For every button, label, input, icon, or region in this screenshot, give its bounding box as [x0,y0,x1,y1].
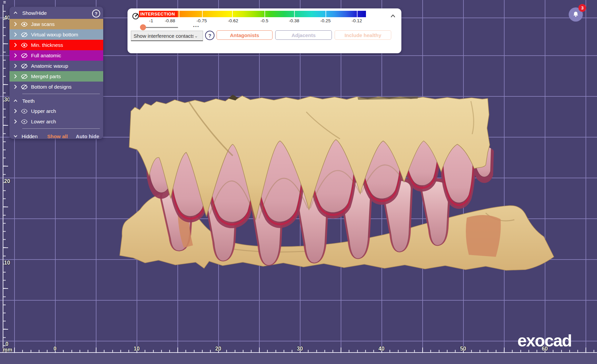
layer-label: Lower arch [31,119,56,124]
teeth-section-title: Teeth [22,98,35,104]
show-hide-header[interactable]: Show/Hide ? [9,7,103,19]
dropdown-value: Show interference contacts [134,33,194,39]
threshold-slider-track[interactable] [143,27,178,28]
scale-separator [232,11,233,17]
ruler-unit-label: mm [3,347,12,353]
ruler-x-label: 40 [376,346,387,352]
intersection-color-scale: INTERSECTION [139,11,366,17]
eye-hidden-icon[interactable] [20,62,28,70]
antagonists-button[interactable]: Antagonists [217,30,273,40]
teeth-section-header[interactable]: Teeth [9,96,103,106]
show-all-button[interactable]: Show all [47,133,68,139]
chevron-right-icon [13,32,18,37]
chevron-right-icon [13,119,18,124]
layer-row-virtual-waxup-bottom[interactable]: Virtual waxup bottom [9,29,103,40]
ruler-left-major-ticks [3,0,8,352]
show-hide-panel: Show/Hide ? Jaw scans Virtual waxup bott… [9,7,103,139]
layer-row-bottom-of-designs[interactable]: Bottom of designs [9,82,103,92]
layer-label: Min. thickness [31,42,63,48]
layer-row-min-thickness[interactable]: Min. thickness [9,40,103,50]
gauge-icon[interactable] [132,12,140,20]
layer-label: Anatomic waxup [31,63,68,69]
ruler-x-label: 20 [212,346,224,352]
include-healthy-button[interactable]: Include healthy [335,30,391,40]
chevron-down-icon[interactable] [13,133,18,139]
ruler-y-label: 0 [5,341,8,347]
panel-title: Show/Hide [22,10,47,16]
chevron-up-icon [13,98,18,103]
eye-visible-icon[interactable] [20,41,28,49]
eye-partial-icon[interactable] [20,108,28,115]
scale-tick-label: -0.38 [284,18,304,23]
eye-hidden-icon[interactable] [20,31,28,38]
viewport-3d[interactable]: 40 30 20 10 0 mm 0 10 20 30 40 50 60 exo… [0,0,597,364]
layer-row-anatomic-waxup[interactable]: Anatomic waxup [9,61,103,71]
eye-hidden-icon[interactable] [20,52,28,59]
bottom-bar [0,353,597,364]
ruler-x-label: 10 [131,346,142,352]
ruler-bottom-axis [0,352,597,353]
layer-row-full-anatomic[interactable]: Full anatomic [9,50,103,61]
eye-partial-icon[interactable] [20,118,28,125]
layer-label: Virtual waxup bottom [31,32,78,37]
chevron-right-icon [13,22,18,27]
divider [22,94,100,94]
scale-separator [357,11,358,17]
help-icon[interactable]: ? [205,31,215,40]
layer-label: Bottom of designs [31,84,72,90]
scale-tick-label: -0.12 [347,18,367,23]
ruler-y-label: 10 [4,260,10,266]
notification-badge[interactable]: 3 [578,4,586,12]
ruler-x-label: 30 [294,346,306,352]
adjacents-button[interactable]: Adjacents [275,30,332,40]
hidden-section-row: Hidden Show all Auto hide [9,130,103,139]
eye-hidden-icon[interactable] [20,83,28,91]
scale-separator [202,11,203,17]
divider [22,128,100,129]
scale-title-badge: INTERSECTION [139,11,178,17]
layer-row-jaw-scans[interactable]: Jaw scans [9,19,103,29]
scale-separator [325,11,326,17]
chevron-right-icon [13,74,18,79]
eye-visible-icon[interactable] [20,21,28,28]
chevron-right-icon [13,42,18,48]
scale-separator [179,11,179,17]
scale-separator [294,11,295,17]
chevron-right-icon [13,109,18,114]
ellipsis-menu[interactable]: ... [193,21,199,29]
chevron-up-icon [13,10,18,16]
threshold-slider-handle[interactable] [140,24,146,30]
hidden-label[interactable]: Hidden [22,133,38,139]
layer-row-merged-parts[interactable]: Merged parts [9,71,103,82]
ruler-x-label: 50 [457,346,469,352]
chevron-right-icon [13,63,18,68]
collapse-panel-icon[interactable] [390,13,396,19]
layer-label: Full anatomic [31,53,61,58]
chevron-right-icon [13,84,18,89]
layer-row-lower-arch[interactable]: Lower arch [9,116,103,127]
scale-tick-label: -0.88 [160,18,180,23]
ruler-x-label: 0 [49,346,61,352]
ruler-y-label: 20 [4,178,10,184]
auto-hide-button[interactable]: Auto hide [76,133,99,139]
scale-tick-label: -1 [141,18,161,23]
interference-mode-dropdown[interactable]: Show interference contacts ⌄ [131,31,203,41]
layer-row-upper-arch[interactable]: Upper arch [9,106,103,116]
bell-icon [572,11,579,18]
eye-hidden-icon[interactable] [20,73,28,80]
layer-label: Upper arch [31,108,56,114]
scale-separator [264,11,265,17]
chevron-right-icon [13,53,18,58]
layer-label: Jaw scans [31,21,55,27]
ruler-left-axis [3,5,3,353]
intersection-panel: INTERSECTION -1 -0.88 -0.75 -0.62 -0.5 -… [127,8,401,53]
ruler-x-label: 60 [539,346,550,352]
layer-label: Merged parts [31,73,61,79]
chevron-down-icon: ⌄ [194,33,198,38]
help-icon[interactable]: ? [92,9,100,18]
scale-tick-label: -0.25 [315,18,336,23]
scale-tick-label: -0.62 [223,18,243,23]
scale-tick-label: -0.5 [254,18,275,23]
